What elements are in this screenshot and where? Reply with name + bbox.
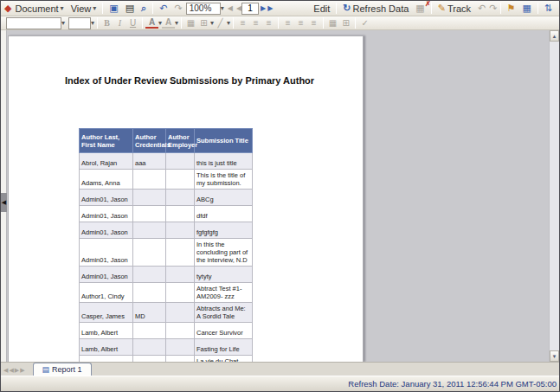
highlight-color-button: A <box>162 17 175 29</box>
table-cell: Abtract Test #1- AM2009- zzz <box>195 283 253 303</box>
underline-button: U <box>126 18 139 28</box>
table-cell: Author1, Cindy <box>80 283 133 303</box>
tab-prev-icon: ◀ <box>9 367 13 374</box>
table-row: Admin01, Jasonfgfgfgfg <box>80 222 253 239</box>
table-cell <box>133 339 166 356</box>
table-cell <box>133 190 166 206</box>
chevron-down-icon: ▾ <box>91 19 94 27</box>
table-cell: Abrol, Rajan <box>80 153 133 170</box>
chevron-down-icon: ▾ <box>227 19 230 27</box>
table-row: Casper, JamesMDAbtracts and Me: A Sordid… <box>80 303 253 323</box>
table-header-cell: Author Employer <box>166 129 195 153</box>
tab-first-icon: ◀ <box>3 367 8 374</box>
refresh-data-button[interactable]: ↻Refresh Data <box>339 2 412 16</box>
scroll-up-button[interactable]: ▲ <box>550 30 559 42</box>
next-page-icon: ▶ <box>261 5 266 12</box>
report-table: Author Last, First Name Author Credentia… <box>79 128 253 362</box>
table-row: Admin01, JasonABCg <box>80 190 253 206</box>
report-doc-icon: ▤ <box>42 366 50 374</box>
table-cell: Admin01, Jason <box>80 190 133 206</box>
separator <box>278 17 279 29</box>
table-cell <box>133 323 166 339</box>
table-header-cell: Submission Title <box>195 129 253 153</box>
print-button[interactable]: ▤ <box>122 2 138 16</box>
sort-filter-button[interactable]: ⇅ <box>541 2 556 16</box>
table-cell: fgfgfgfg <box>195 222 253 239</box>
table-row: Lamb, AlbertCancer Survivor <box>80 323 253 339</box>
page-next-button[interactable]: ▶ <box>259 2 267 16</box>
table-row: Abrol, Rajanaaathis is just title <box>80 153 253 170</box>
format-painter-button: ⊞ <box>339 18 352 28</box>
table-cell <box>133 206 166 222</box>
table-cell: MD <box>133 303 166 323</box>
line-style-button: ╱ <box>214 18 227 28</box>
chevron-down-icon: ▾ <box>61 4 64 12</box>
table-cell: Lamb, Albert <box>80 339 133 356</box>
table-cell <box>166 222 195 239</box>
table-cell <box>166 153 195 170</box>
table-cell <box>133 170 166 190</box>
table-cell: dfdf <box>195 206 253 222</box>
page-number-input[interactable] <box>241 3 259 15</box>
tab-navigation: ◀ ◀ ▶ ▶ <box>1 367 28 376</box>
table-cell: Adams, Anna <box>80 170 133 190</box>
table-cell: Admin01, Jason <box>80 267 133 283</box>
undo-button[interactable]: ↶ <box>156 2 171 16</box>
table-cell <box>133 283 166 303</box>
report-page: Index of Under Review Submissions by Pri… <box>8 35 364 362</box>
apply-button: ✓ <box>358 18 371 28</box>
scroll-down-button[interactable]: ▼ <box>550 350 559 362</box>
search-icon: ⌕ <box>141 3 146 13</box>
save-button[interactable]: ▣ <box>106 2 121 16</box>
font-family-select[interactable] <box>6 17 61 29</box>
refresh-icon: ↻ <box>343 3 351 13</box>
view-switch-button[interactable]: ▦ <box>518 2 534 16</box>
merge-cells-button: ▦ <box>184 18 197 28</box>
undo-icon: ↶ <box>159 3 167 13</box>
valign-bottom-button: ≡ <box>307 18 320 28</box>
purge-data-button[interactable]: ▦✗ <box>412 2 428 16</box>
table-cell: Admin01, Jason <box>80 239 133 267</box>
table-cell: Casper, James <box>80 303 133 323</box>
report-tab-label: Report 1 <box>52 365 82 374</box>
report-tab[interactable]: ▤ Report 1 <box>33 363 92 376</box>
drill-button[interactable]: ⚑ <box>504 2 519 16</box>
report-title: Index of Under Review Submissions by Pri… <box>65 75 314 86</box>
view-menu[interactable]: View▾ <box>68 2 100 16</box>
panel-collapse-handle[interactable]: ◀ <box>1 193 7 212</box>
table-cell <box>166 283 195 303</box>
font-color-button[interactable]: A <box>145 17 158 29</box>
table-cell: Lamb, Albert <box>80 323 133 339</box>
font-size-select[interactable] <box>68 17 91 29</box>
table-cell: aaa <box>133 153 166 170</box>
zoom-select[interactable]: 100% <box>186 3 221 15</box>
report-tab-bar: ◀ ◀ ▶ ▶ ▤ Report 1 <box>1 362 559 376</box>
page-last-button[interactable]: ▶ <box>267 2 273 16</box>
first-page-icon: ◀ <box>228 5 233 12</box>
page-first-button: ◀ <box>224 2 236 16</box>
refresh-date-text: Refresh Date: January 31, 2011 12:56:44 … <box>348 379 557 389</box>
align-right-button: ≡ <box>262 18 275 28</box>
canvas: ◀ Index of Under Review Submissions by P… <box>1 30 559 362</box>
italic-button: I <box>113 18 126 28</box>
table-header-cell: Author Credentials <box>133 129 166 153</box>
table-cell <box>133 239 166 267</box>
printer-icon: ▤ <box>126 3 134 13</box>
document-menu[interactable]: Document▾ <box>11 2 67 16</box>
track-back-button: ↶ <box>474 2 489 16</box>
find-button[interactable]: ⌕ <box>138 2 150 16</box>
track-button[interactable]: ✎Track <box>434 2 474 16</box>
vertical-scrollbar[interactable]: ▲ ▼ <box>549 30 559 362</box>
table-cell <box>166 356 195 363</box>
table-row: Adams, AnnaThis is the title of my submi… <box>80 170 253 190</box>
edit-button[interactable]: Edit <box>310 2 333 16</box>
separator <box>355 17 356 29</box>
align-left-button: ≡ <box>236 18 249 28</box>
format-toolbar: ▾ ▾ B I U A▾ A▾ ▦ ⊞▾ ╱▾ ≡ ≡ ≡ ≡ ≡ ≡ ▦ ⊞ … <box>1 16 559 30</box>
redo-icon: ↷ <box>175 3 183 13</box>
table-cell <box>166 190 195 206</box>
table-row: Author1, CindyAbtract Test #1- AM2009- z… <box>80 283 253 303</box>
separator <box>431 3 432 14</box>
table-cell: This is the title of my submission. <box>195 170 253 190</box>
separator <box>102 3 103 14</box>
